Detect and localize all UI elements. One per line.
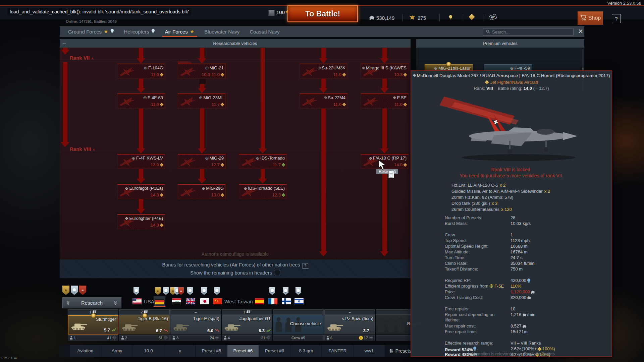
tree-cell-mig-29g[interactable]: ✠MiG-29G13.0 [178, 184, 226, 199]
crew-slot-6[interactable]: s.Pz.Spw. (5cm) 3.7– [324, 315, 375, 335]
tree-cell-mirage-iii-s-kawes[interactable]: ✠Mirage III S (KAWES10.3 [361, 64, 409, 79]
nation-syria[interactable]: ★★ [172, 296, 181, 306]
star-badge-icon: ★ [155, 287, 161, 295]
trend-icon [215, 328, 219, 333]
crew-slot-3[interactable]: Tiger E (spät) 6.0 [170, 315, 221, 335]
preset-tab-ww1[interactable]: ww1 [354, 345, 385, 357]
help-box-icon[interactable]: ? [303, 263, 308, 269]
presets-menu-button[interactable]: ⇅Presets [389, 345, 411, 357]
research-mode-button[interactable]: ≫ Research ≫ [62, 297, 121, 308]
svg-text:★: ★ [177, 300, 179, 302]
tab-coastal-navy[interactable]: Coastal Navy [245, 26, 284, 37]
preset-tab-y[interactable]: y [164, 345, 196, 357]
crew-slot-4[interactable]: Jagdpanther G1 6.3 [222, 315, 272, 335]
tree-cell-su-22um3k[interactable]: ✠Su-22UM3K11.0 [300, 64, 347, 79]
nation-usa[interactable]: USA [132, 296, 154, 306]
battle-rating: 12.3 [272, 192, 285, 197]
camouflage-note: Author's camouflage is available [60, 251, 411, 257]
tree-cell-su-22m4[interactable]: ✠Su-22M411.0 [300, 94, 347, 109]
preset-tab-panter[interactable]: PANTER [322, 345, 353, 357]
nav-tabs: Ground Forces★HelicoptersAir Forces★Blue… [63, 26, 285, 37]
nation-spain[interactable] [255, 296, 264, 306]
bulb-badge-icon [283, 287, 288, 295]
choose-vehicle-label: Choose vehicle [290, 321, 321, 326]
tab-label: Air Forces [165, 29, 188, 35]
preset-tab-10-0[interactable]: 10.0 [133, 345, 164, 357]
tree-cell-mig-23ml[interactable]: ✠MiG-23ML11.7 [178, 94, 226, 109]
skill-wreath-icon [369, 336, 373, 340]
nation-finland[interactable] [282, 296, 291, 306]
tree-cell-eurofighter-p4e-[interactable]: ✠Eurofighter (P4E)14.3 [117, 214, 165, 229]
crew-icon [326, 336, 329, 340]
tree-cell-mig-21[interactable]: ✠MiG-2110.3-11.0 [178, 64, 226, 79]
remaining-bonus-checkbox[interactable] [275, 270, 280, 275]
battle-rating: 14.3 [151, 223, 163, 228]
premium-diamond-icon[interactable] [469, 15, 475, 19]
preset-tab-preset-8[interactable]: Preset #8 [259, 345, 290, 357]
to-battle-button[interactable]: To Battle! [287, 5, 358, 22]
uk-flag-icon [186, 298, 195, 304]
tree-cell-ids-tornado-sle-[interactable]: ✠IDS-Tornado (SLE)12.3 [239, 184, 287, 199]
vehicle-title: ✠McDonnell Douglas Model 267 / RUAG Aero… [411, 73, 611, 78]
preset-tab-preset-5[interactable]: Preset #5 [196, 345, 227, 357]
research-points-icon[interactable] [449, 15, 452, 20]
tree-cell-eurofagot-p1ea-[interactable]: ✠Eurofagot (P1Ea)14.3 [117, 184, 165, 199]
list-legend-badge-icon[interactable]: ≡ [79, 286, 86, 295]
tree-cell-f-104g[interactable]: ✠F-104G11.0 [117, 64, 165, 79]
top-bar: load_and_validate_cached_blk(): invalid … [0, 5, 644, 19]
tree-cell-f-4f-kws-lv[interactable]: ✠F-4F KWS-LV13.0 [117, 154, 165, 169]
avatar[interactable] [268, 10, 275, 16]
battle-rating: 11.7 [273, 162, 285, 167]
preset-tab-8-3-grb[interactable]: 8.3 grb [290, 345, 322, 357]
nation-japan[interactable] [200, 296, 209, 306]
nation-uk[interactable] [186, 296, 195, 306]
nation-france[interactable] [268, 296, 277, 306]
tree-cell-mig-29[interactable]: ✠MiG-2912.7 [178, 154, 226, 169]
lightbulb-icon [151, 28, 155, 35]
crew-slot-footer: 2 51 [119, 335, 170, 341]
stat-label: Required RP: [445, 278, 471, 283]
ground-mode-icon [535, 86, 539, 91]
collapse-chevron-icon[interactable]: ︽ [62, 40, 66, 46]
golden-eagle-icon [409, 15, 416, 21]
battle-pass-icon[interactable]: BP [490, 15, 496, 19]
stat-label: Optimal Speed Height: [445, 244, 489, 249]
vehicle-name: ✠MiG-29G [202, 186, 224, 191]
search-input[interactable]: Search... [483, 28, 574, 36]
shop-button[interactable]: Shop [578, 11, 603, 25]
vehicle-name: ✠Eurofagot (P1Ea) [125, 186, 163, 191]
tree-cell-f-4f-63[interactable]: ✠F-4F-6311.0 [117, 94, 165, 109]
tree-cell-f-5e[interactable]: ✠F-5E11.0 [361, 94, 409, 109]
stat-value: 320,000 [511, 295, 531, 300]
israel-flag-icon [294, 298, 304, 304]
tree-cell-ids-tornado[interactable]: ✠IDS-Tornado11.7 [239, 154, 287, 169]
stat-label: Free repairs: [445, 306, 470, 312]
preset-tab-aviation[interactable]: Aviation [70, 345, 101, 357]
preset-tab-preset-6[interactable]: Preset #6 [227, 345, 259, 357]
silver-lions-counter[interactable]: 530,149 [369, 15, 394, 21]
group-expander[interactable] [199, 78, 206, 84]
nation-china[interactable]: ★West Taiwan [213, 296, 253, 306]
tab-ground-forces[interactable]: Ground Forces★ [63, 26, 119, 37]
golden-eagles-counter[interactable]: 275 [409, 15, 426, 21]
crew-slot-5[interactable]: Choose vehicle [273, 315, 324, 335]
preset-tab-army[interactable]: Army [101, 345, 132, 357]
rank-viii-label[interactable]: Rank VIII ∧ [70, 146, 95, 152]
tab-air-forces[interactable]: Air Forces★ [160, 26, 200, 37]
bonus-text: Bonus for researching vehicles (Air Forc… [60, 262, 411, 269]
vehicle-render [435, 92, 589, 169]
help-button[interactable]: ? [612, 14, 621, 23]
tab-bluewater-navy[interactable]: Bluewater Navy [199, 26, 245, 37]
nation-germany[interactable] [154, 296, 165, 306]
ace-medal-icon [446, 62, 451, 67]
nation-israel[interactable] [294, 296, 304, 306]
battle-rating: 14.0 [394, 162, 407, 167]
vehicle-name: ✠F-4F KWS-LV [132, 156, 163, 161]
rank-vii-label[interactable]: Rank VII ∧ [70, 55, 94, 61]
vehicle-name: ✠F-4F-63 [144, 95, 163, 100]
tab-helicopters[interactable]: Helicopters [119, 26, 160, 37]
bulb-legend-badge-icon[interactable] [71, 286, 78, 295]
stat-label: Number of Presets: [445, 215, 482, 221]
close-icon[interactable]: ✕ [576, 27, 585, 36]
star-legend-badge-icon[interactable]: ★ [62, 286, 69, 295]
